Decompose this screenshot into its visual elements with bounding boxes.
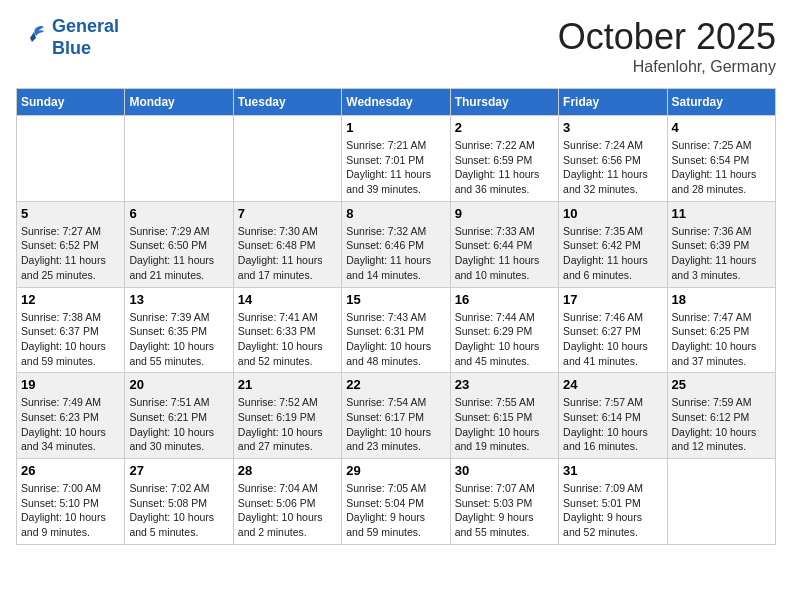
day-info-line: and 19 minutes. [455,439,554,454]
day-info-line: and 12 minutes. [672,439,771,454]
day-info-line: Sunset: 6:14 PM [563,410,662,425]
day-info-line: Sunset: 6:25 PM [672,324,771,339]
day-info-line: Daylight: 10 hours [238,510,337,525]
calendar-week-row: 1Sunrise: 7:21 AMSunset: 7:01 PMDaylight… [17,116,776,202]
day-info-line: and 52 minutes. [238,354,337,369]
day-info-line: Sunrise: 7:59 AM [672,395,771,410]
day-info-line: Daylight: 10 hours [238,425,337,440]
day-info-line: Sunset: 5:10 PM [21,496,120,511]
calendar-cell: 9Sunrise: 7:33 AMSunset: 6:44 PMDaylight… [450,201,558,287]
day-info-line: Sunset: 6:54 PM [672,153,771,168]
calendar-header-wednesday: Wednesday [342,89,450,116]
day-info-line: Daylight: 9 hours [346,510,445,525]
calendar-cell: 17Sunrise: 7:46 AMSunset: 6:27 PMDayligh… [559,287,667,373]
day-number: 17 [563,292,662,307]
calendar-header-thursday: Thursday [450,89,558,116]
calendar-cell: 18Sunrise: 7:47 AMSunset: 6:25 PMDayligh… [667,287,775,373]
day-info-line: Daylight: 11 hours [563,167,662,182]
calendar-cell [667,459,775,545]
day-info-line: Sunset: 5:03 PM [455,496,554,511]
calendar-week-row: 26Sunrise: 7:00 AMSunset: 5:10 PMDayligh… [17,459,776,545]
calendar-cell: 3Sunrise: 7:24 AMSunset: 6:56 PMDaylight… [559,116,667,202]
day-info-line: Sunset: 6:52 PM [21,238,120,253]
day-info-line: Sunset: 5:04 PM [346,496,445,511]
calendar-cell [125,116,233,202]
calendar-cell: 24Sunrise: 7:57 AMSunset: 6:14 PMDayligh… [559,373,667,459]
calendar-cell: 30Sunrise: 7:07 AMSunset: 5:03 PMDayligh… [450,459,558,545]
day-info-line: Sunset: 6:46 PM [346,238,445,253]
day-info-line: Daylight: 10 hours [238,339,337,354]
day-info-line: Sunrise: 7:38 AM [21,310,120,325]
day-number: 9 [455,206,554,221]
day-info-line: Daylight: 11 hours [346,253,445,268]
day-info-line: Sunrise: 7:04 AM [238,481,337,496]
day-info-line: and 2 minutes. [238,525,337,540]
day-info-line: Sunrise: 7:49 AM [21,395,120,410]
day-info-line: Sunrise: 7:47 AM [672,310,771,325]
calendar-cell: 29Sunrise: 7:05 AMSunset: 5:04 PMDayligh… [342,459,450,545]
day-info-line: Daylight: 10 hours [21,339,120,354]
day-info-line: and 9 minutes. [21,525,120,540]
day-info-line: Sunrise: 7:57 AM [563,395,662,410]
day-info-line: Sunrise: 7:33 AM [455,224,554,239]
day-info-line: Sunrise: 7:44 AM [455,310,554,325]
day-info-line: Sunrise: 7:35 AM [563,224,662,239]
day-info-line: and 27 minutes. [238,439,337,454]
page-header: General Blue October 2025 Hafenlohr, Ger… [16,16,776,76]
day-info-line: Daylight: 10 hours [21,425,120,440]
day-info-line: Daylight: 10 hours [455,339,554,354]
calendar-header-monday: Monday [125,89,233,116]
day-info-line: Sunset: 6:17 PM [346,410,445,425]
day-number: 24 [563,377,662,392]
day-number: 19 [21,377,120,392]
day-info-line: Sunset: 6:23 PM [21,410,120,425]
day-info-line: Daylight: 10 hours [563,425,662,440]
day-info-line: and 21 minutes. [129,268,228,283]
day-info-line: Sunrise: 7:27 AM [21,224,120,239]
day-info-line: Daylight: 10 hours [346,339,445,354]
day-number: 6 [129,206,228,221]
day-info-line: and 3 minutes. [672,268,771,283]
day-info-line: Sunrise: 7:02 AM [129,481,228,496]
day-info-line: and 17 minutes. [238,268,337,283]
day-number: 12 [21,292,120,307]
day-info-line: and 59 minutes. [21,354,120,369]
calendar-cell: 2Sunrise: 7:22 AMSunset: 6:59 PMDaylight… [450,116,558,202]
day-number: 4 [672,120,771,135]
day-number: 13 [129,292,228,307]
day-number: 26 [21,463,120,478]
day-info-line: Sunrise: 7:24 AM [563,138,662,153]
calendar-cell: 19Sunrise: 7:49 AMSunset: 6:23 PMDayligh… [17,373,125,459]
day-info-line: Daylight: 11 hours [563,253,662,268]
day-info-line: Sunrise: 7:43 AM [346,310,445,325]
calendar-table: SundayMondayTuesdayWednesdayThursdayFrid… [16,88,776,545]
calendar-header-tuesday: Tuesday [233,89,341,116]
day-info-line: and 55 minutes. [129,354,228,369]
day-info-line: Sunset: 6:29 PM [455,324,554,339]
day-info-line: Sunrise: 7:21 AM [346,138,445,153]
calendar-cell: 5Sunrise: 7:27 AMSunset: 6:52 PMDaylight… [17,201,125,287]
day-info-line: Sunset: 6:50 PM [129,238,228,253]
logo-blue: Blue [52,38,91,58]
day-info-line: Sunset: 6:33 PM [238,324,337,339]
calendar-cell: 10Sunrise: 7:35 AMSunset: 6:42 PMDayligh… [559,201,667,287]
calendar-header-sunday: Sunday [17,89,125,116]
day-info-line: and 34 minutes. [21,439,120,454]
day-info-line: Sunrise: 7:09 AM [563,481,662,496]
day-info-line: Sunrise: 7:32 AM [346,224,445,239]
calendar-cell: 7Sunrise: 7:30 AMSunset: 6:48 PMDaylight… [233,201,341,287]
calendar-header-row: SundayMondayTuesdayWednesdayThursdayFrid… [17,89,776,116]
day-number: 8 [346,206,445,221]
day-info-line: Sunrise: 7:00 AM [21,481,120,496]
calendar-cell [17,116,125,202]
day-info-line: Sunrise: 7:54 AM [346,395,445,410]
day-info-line: and 23 minutes. [346,439,445,454]
day-info-line: Daylight: 11 hours [346,167,445,182]
day-info-line: Sunrise: 7:41 AM [238,310,337,325]
day-number: 1 [346,120,445,135]
location: Hafenlohr, Germany [558,58,776,76]
logo-general: General [52,16,119,36]
day-info-line: Sunrise: 7:52 AM [238,395,337,410]
day-info-line: Daylight: 11 hours [21,253,120,268]
day-info-line: Sunset: 6:39 PM [672,238,771,253]
